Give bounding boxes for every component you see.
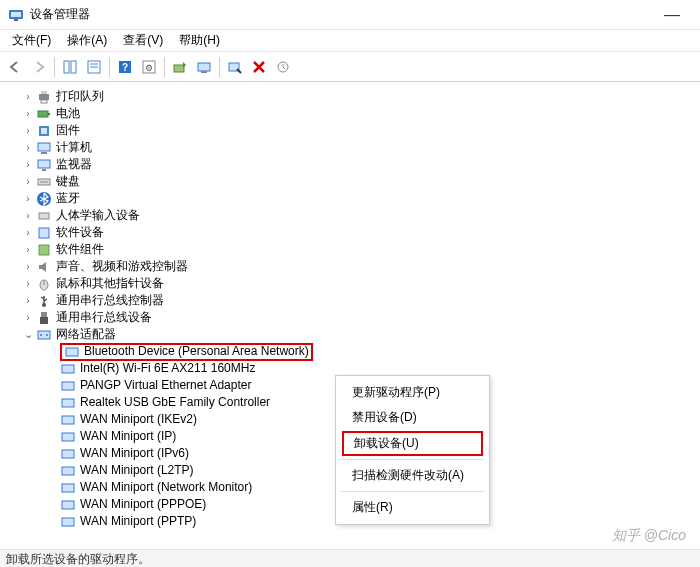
menu-update-driver[interactable]: 更新驱动程序(P) — [338, 380, 487, 405]
action-button[interactable]: ⚙ — [138, 56, 160, 78]
menu-action[interactable]: 操作(A) — [59, 30, 115, 51]
computer-icon — [36, 140, 52, 156]
disable-device-button[interactable] — [224, 56, 246, 78]
network-adapter-icon — [64, 344, 80, 360]
tree-item-hid[interactable]: 人体学输入设备 — [8, 207, 700, 224]
software-device-icon — [36, 225, 52, 241]
tree-item-audio[interactable]: 声音、视频和游戏控制器 — [8, 258, 700, 275]
menu-separator — [340, 491, 485, 492]
tree-item-usb-controllers[interactable]: 通用串行总线控制器 — [8, 292, 700, 309]
tree-item-print-queues[interactable]: 打印队列 — [8, 88, 700, 105]
show-hide-tree-button[interactable] — [59, 56, 81, 78]
tree-item-network-adapters[interactable]: 网络适配器 — [8, 326, 700, 343]
selection-highlight: Bluetooth Device (Personal Area Network) — [60, 343, 313, 361]
tree-item-bluetooth[interactable]: 蓝牙 — [8, 190, 700, 207]
svg-rect-21 — [48, 113, 50, 115]
svg-rect-13 — [198, 63, 210, 71]
menu-disable-device[interactable]: 禁用设备(D) — [338, 405, 487, 430]
tree-item-monitors[interactable]: 监视器 — [8, 156, 700, 173]
firmware-icon — [36, 123, 52, 139]
tree-item-bt-device[interactable]: Bluetooth Device (Personal Area Network) — [8, 343, 700, 360]
usb-icon — [36, 293, 52, 309]
svg-rect-20 — [38, 111, 48, 117]
tree-item-usb-devices[interactable]: 通用串行总线设备 — [8, 309, 700, 326]
svg-rect-17 — [39, 94, 49, 100]
forward-button[interactable] — [28, 56, 50, 78]
svg-text:?: ? — [122, 62, 128, 73]
svg-rect-3 — [64, 61, 69, 73]
menu-properties[interactable]: 属性(R) — [338, 495, 487, 520]
battery-icon — [36, 106, 52, 122]
network-adapter-icon — [60, 378, 76, 394]
svg-rect-24 — [38, 143, 50, 151]
network-adapter-icon — [60, 480, 76, 496]
svg-rect-4 — [71, 61, 76, 73]
network-icon — [36, 327, 52, 343]
svg-rect-14 — [201, 71, 207, 73]
network-adapter-icon — [60, 514, 76, 530]
menu-help[interactable]: 帮助(H) — [171, 30, 228, 51]
svg-rect-50 — [62, 467, 74, 475]
software-component-icon — [36, 242, 52, 258]
tree-item-batteries[interactable]: 电池 — [8, 105, 700, 122]
network-adapter-icon — [60, 395, 76, 411]
svg-rect-53 — [62, 518, 74, 526]
network-adapter-icon — [60, 429, 76, 445]
menu-uninstall-device[interactable]: 卸载设备(U) — [342, 431, 483, 456]
svg-rect-1 — [11, 12, 21, 17]
svg-rect-25 — [41, 152, 47, 154]
tree-item-software-components[interactable]: 软件组件 — [8, 241, 700, 258]
hid-icon — [36, 208, 52, 224]
network-adapter-icon — [60, 497, 76, 513]
uninstall-device-button[interactable] — [248, 56, 270, 78]
menu-file[interactable]: 文件(F) — [4, 30, 59, 51]
svg-point-42 — [46, 334, 48, 336]
context-menu: 更新驱动程序(P) 禁用设备(D) 卸载设备(U) 扫描检测硬件改动(A) 属性… — [335, 375, 490, 525]
tree-item-keyboards[interactable]: 键盘 — [8, 173, 700, 190]
svg-rect-47 — [62, 416, 74, 424]
printer-icon — [36, 89, 52, 105]
update-driver-button[interactable] — [169, 56, 191, 78]
usb-device-icon — [36, 310, 52, 326]
svg-text:⚙: ⚙ — [145, 63, 153, 73]
svg-rect-52 — [62, 501, 74, 509]
svg-rect-51 — [62, 484, 74, 492]
tree-item-firmware[interactable]: 固件 — [8, 122, 700, 139]
network-adapter-icon — [60, 446, 76, 462]
titlebar: 设备管理器 — — [0, 0, 700, 30]
tree-item-mice[interactable]: 鼠标和其他指针设备 — [8, 275, 700, 292]
help-button[interactable]: ? — [114, 56, 136, 78]
svg-rect-18 — [41, 91, 47, 94]
svg-rect-2 — [14, 19, 18, 21]
svg-rect-26 — [38, 160, 50, 168]
svg-rect-27 — [42, 169, 46, 171]
svg-rect-45 — [62, 382, 74, 390]
monitor-icon — [36, 157, 52, 173]
svg-point-41 — [40, 334, 42, 336]
app-icon — [8, 7, 24, 23]
menu-separator — [340, 459, 485, 460]
svg-rect-23 — [41, 128, 47, 134]
menubar: 文件(F) 操作(A) 查看(V) 帮助(H) — [0, 30, 700, 52]
minimize-button[interactable]: — — [652, 6, 692, 24]
network-adapter-icon — [60, 412, 76, 428]
audio-icon — [36, 259, 52, 275]
properties-button[interactable] — [83, 56, 105, 78]
network-adapter-icon — [60, 463, 76, 479]
svg-rect-12 — [174, 65, 184, 72]
mouse-icon — [36, 276, 52, 292]
svg-rect-32 — [39, 228, 49, 238]
back-button[interactable] — [4, 56, 26, 78]
scan-hardware-button[interactable] — [193, 56, 215, 78]
watermark: 知乎 @Cico — [612, 527, 686, 545]
more-options-button[interactable] — [272, 56, 294, 78]
svg-rect-46 — [62, 399, 74, 407]
menu-view[interactable]: 查看(V) — [115, 30, 171, 51]
svg-rect-40 — [38, 331, 50, 339]
svg-rect-49 — [62, 450, 74, 458]
window-title: 设备管理器 — [30, 6, 652, 23]
tree-item-software-devices[interactable]: 软件设备 — [8, 224, 700, 241]
toolbar: ? ⚙ — [0, 52, 700, 82]
menu-scan-hardware[interactable]: 扫描检测硬件改动(A) — [338, 463, 487, 488]
tree-item-computer[interactable]: 计算机 — [8, 139, 700, 156]
